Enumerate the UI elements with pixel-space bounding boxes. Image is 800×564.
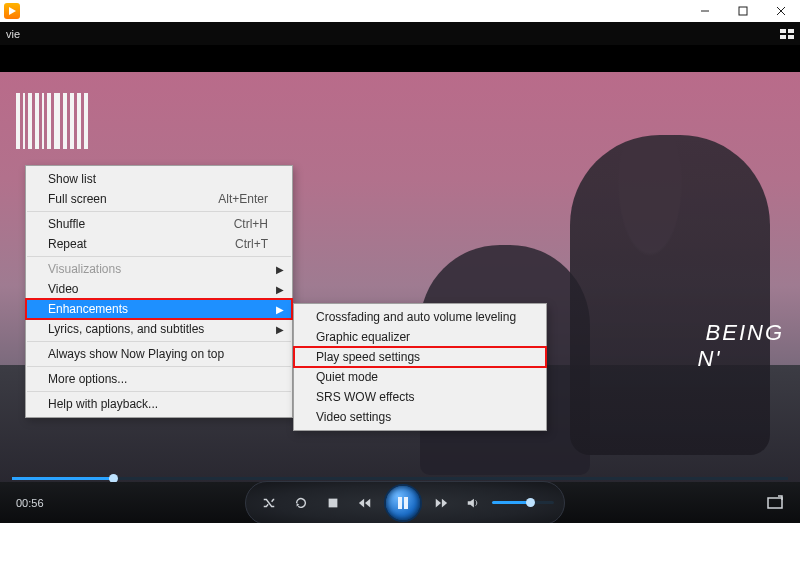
menu-item[interactable]: Video▶ [26,279,292,299]
menu-item-label: Repeat [48,237,211,251]
svg-rect-9 [398,497,402,509]
menu-item-label: Full screen [48,192,194,206]
menu-item[interactable]: Help with playback... [26,394,292,414]
previous-button[interactable] [352,490,378,516]
switch-to-library-icon[interactable] [780,29,794,39]
menu-item[interactable]: More options... [26,369,292,389]
submenu-item-label: Quiet mode [316,370,522,384]
video-overlay-barcode [16,93,88,149]
window-titlebar [0,0,800,22]
menu-item[interactable]: Show list [26,169,292,189]
app-icon [4,3,20,19]
svg-marker-8 [359,498,364,507]
submenu-item-label: SRS WOW effects [316,390,522,404]
video-area[interactable]: BEING N' Show listFull screenAlt+EnterSh… [0,45,800,523]
submenu-item[interactable]: Quiet mode [294,367,546,387]
menu-item-label: Video [48,282,268,296]
svg-marker-0 [9,7,16,15]
menu-item-label: Always show Now Playing on top [48,347,268,361]
menu-item-label: Lyrics, captions, and subtitles [48,322,268,336]
menu-item[interactable]: Always show Now Playing on top [26,344,292,364]
minimize-button[interactable] [686,0,724,22]
video-frame-figure [570,135,770,455]
menu-item-label: More options... [48,372,268,386]
shuffle-button[interactable] [256,490,282,516]
svg-marker-7 [365,498,370,507]
video-overlay-lyric: BEING N' [697,320,784,372]
svg-rect-10 [404,497,408,509]
letterbox-top [0,45,800,72]
enhancements-submenu: Crossfading and auto volume levelingGrap… [293,303,547,431]
svg-rect-6 [328,498,337,507]
submenu-arrow-icon: ▶ [276,264,284,275]
menu-item[interactable]: Full screenAlt+Enter [26,189,292,209]
menu-item[interactable]: Lyrics, captions, and subtitles▶ [26,319,292,339]
submenu-item[interactable]: Crossfading and auto volume leveling [294,307,546,327]
submenu-item-label: Video settings [316,410,522,424]
menu-item: Visualizations▶ [26,259,292,279]
submenu-item-label: Play speed settings [316,350,522,364]
submenu-item-label: Graphic equalizer [316,330,522,344]
menu-item[interactable]: RepeatCtrl+T [26,234,292,254]
volume-slider[interactable] [492,501,554,504]
next-button[interactable] [428,490,454,516]
maximize-button[interactable] [724,0,762,22]
menu-item-label: Shuffle [48,217,210,231]
menu-item-accelerator: Ctrl+H [234,217,268,231]
now-playing-tab[interactable]: vie [6,28,20,40]
now-playing-header: vie [0,22,800,45]
fullscreen-button[interactable] [766,494,784,512]
submenu-arrow-icon: ▶ [276,304,284,315]
menu-item-accelerator: Ctrl+T [235,237,268,251]
elapsed-time: 00:56 [16,497,44,509]
transport-cluster [245,481,565,524]
mute-button[interactable] [460,490,486,516]
menu-item[interactable]: Enhancements▶ [26,299,292,319]
stop-button[interactable] [320,490,346,516]
svg-marker-12 [442,498,447,507]
svg-rect-14 [768,498,782,508]
menu-item-label: Enhancements [48,302,268,316]
submenu-item[interactable]: SRS WOW effects [294,387,546,407]
player-controls: 00:56 [0,482,800,523]
repeat-button[interactable] [288,490,314,516]
submenu-arrow-icon: ▶ [276,324,284,335]
submenu-item[interactable]: Video settings [294,407,546,427]
submenu-arrow-icon: ▶ [276,284,284,295]
menu-item-accelerator: Alt+Enter [218,192,268,206]
submenu-item-label: Crossfading and auto volume leveling [316,310,522,324]
svg-marker-11 [436,498,441,507]
submenu-item[interactable]: Graphic equalizer [294,327,546,347]
context-menu: Show listFull screenAlt+EnterShuffleCtrl… [25,165,293,418]
svg-marker-13 [468,498,474,507]
menu-item-label: Show list [48,172,268,186]
menu-item-label: Help with playback... [48,397,268,411]
svg-rect-2 [739,7,747,15]
submenu-item[interactable]: Play speed settings [294,347,546,367]
menu-item-label: Visualizations [48,262,268,276]
close-button[interactable] [762,0,800,22]
menu-item[interactable]: ShuffleCtrl+H [26,214,292,234]
play-pause-button[interactable] [384,484,422,522]
